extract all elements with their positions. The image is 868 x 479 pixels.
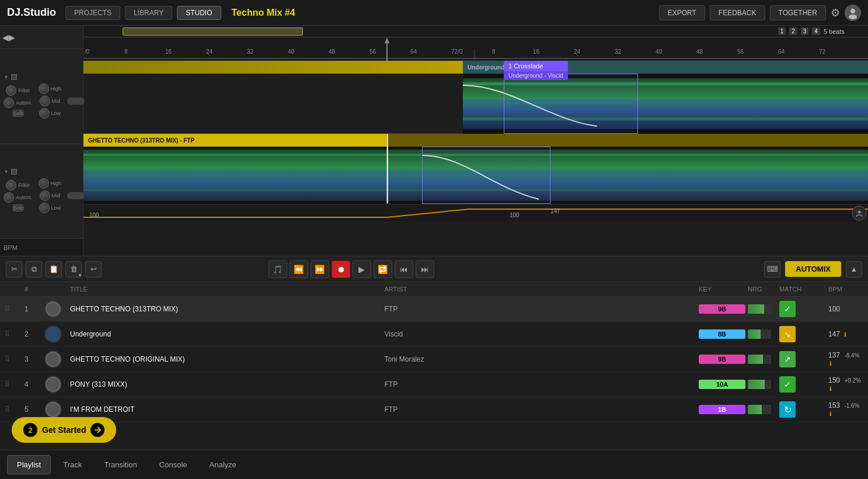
loop-btn[interactable]: 🔁 [374,261,392,278]
mini-ruler[interactable]: 1 2 3 4 5 beats [83,26,868,37]
track2-filter-label: Filter [18,182,30,188]
track1-solo-btn[interactable]: Solo [13,110,23,117]
table-header: # TITLE ARTIST KEY NRG MATCH BPM [0,282,868,297]
bpm-val-1: 100 [89,212,99,218]
table-row[interactable]: ⠿ 4 PONY (313 MIXX) FTP 10A ✓ 150 +0.2% … [0,372,868,397]
svg-marker-23 [385,37,389,43]
row-num: 3 [25,355,42,363]
get-started-label: Get Started [42,425,86,435]
track1-filter-knob[interactable] [6,85,16,96]
track1-expand[interactable]: ▼ [4,74,9,80]
bpm-profile-icon[interactable] [852,206,867,221]
logo: DJ.Studio [7,6,56,19]
track2-crossfade-box[interactable] [504,74,638,134]
avatar[interactable] [845,5,861,21]
bpm-val-3: 147 [550,208,560,214]
tab-console[interactable]: Console [149,455,197,474]
export-button[interactable]: EXPORT [659,5,705,20]
skip-fwd-btn[interactable]: ⏭ [416,261,434,278]
track2-autom-label: Autom. [16,195,33,200]
bpm-svg: 100 100 147 [83,204,868,221]
row-num: 5 [25,405,42,414]
track1-mute-toggle[interactable] [67,98,85,105]
col-bpm: BPM [828,286,863,293]
tab-analyze[interactable]: Analyze [200,455,246,474]
tab-playlist[interactable]: Playlist [7,455,51,474]
skip-back-btn[interactable]: ⏮ [395,261,413,278]
track2-lane: Underground - Viscid 1 Crossfade Undergr… [83,61,868,134]
svg-point-1 [849,15,857,19]
info-icon[interactable]: ℹ [829,360,832,367]
together-button[interactable]: TOGETHER [770,5,826,20]
rewind-btn[interactable]: ⏪ [290,261,308,278]
svg-text:8: 8 [492,48,496,55]
panel-collapse-btn[interactable]: ▲ [846,261,862,277]
ruler-svg: /0 8 16 24 32 40 48 56 64 72/0 8 16 24 3… [83,37,868,61]
drag-handle: ⠿ [5,355,22,363]
paste-tool[interactable]: 📋 [46,261,62,277]
tab-transition[interactable]: Transition [94,455,147,474]
delete-tool[interactable]: 🗑 ▼ [65,261,82,277]
record-btn[interactable]: ⏺ [332,261,350,278]
key-badge: 1B [699,405,745,414]
fast-forward-btn[interactable]: ⏩ [311,261,329,278]
row-title: GHETTO TECHNO (313TRO MIX) [70,305,382,313]
row-title: Underground [70,330,382,338]
track2-autom-knob[interactable] [4,192,14,203]
undo-tool[interactable]: ↩ [85,261,102,277]
track2-collapse-square[interactable] [11,169,17,175]
bpm-label: BPM [4,244,18,251]
get-started-button[interactable]: 2 Get Started [12,417,116,443]
track2-low-knob[interactable] [39,203,50,213]
track1-mid-label: Mid [52,98,61,104]
table-row[interactable]: ⠿ 1 GHETTO TECHNO (313TRO MIX) FTP 9B ✓ … [0,297,868,322]
bottom-tabs: Playlist Track Transition Console Analyz… [0,450,868,479]
gear-icon[interactable]: ⚙ [831,6,840,19]
keyboard-shortcut-btn[interactable]: ⌨ [764,261,780,277]
svg-text:40: 40 [288,48,295,55]
nrg-bar [748,380,771,389]
svg-text:/0: /0 [85,48,90,55]
bpm-diff: +0.2% [844,377,861,384]
row-artist: FTP [385,380,697,388]
copy-tool[interactable]: ⧉ [26,261,42,277]
mini-viewport[interactable] [123,27,303,36]
table-row[interactable]: ⠿ 5 I'M FROM DETROIT FTP 1B ↻ 153 -1.6% … [0,397,868,422]
track2-filter-knob[interactable] [6,180,16,190]
track2-solo-btn[interactable]: Solo [13,204,23,211]
track1-autom-knob[interactable] [4,98,14,108]
track1-mid-knob[interactable] [40,96,50,106]
svg-text:72/0: 72/0 [451,48,463,55]
play-btn[interactable]: ▶ [353,261,371,278]
info-icon[interactable]: ℹ [829,386,832,392]
info-icon[interactable]: ℹ [844,331,846,338]
feedback-button[interactable]: FEEDBACK [710,5,765,20]
track1-header-bar: GHETTO TECHNO (313TRO MIX) - FTP [83,134,387,147]
table-row[interactable]: ⠿ 2 Underground Viscid 8B ↘ 147 ℹ [0,322,868,347]
table-row[interactable]: ⠿ 3 GHETTO TECHNO (ORIGINAL MIX) Toni Mo… [0,347,868,372]
track2-mid-knob[interactable] [40,190,50,201]
transport: 🎵 ⏪ ⏩ ⏺ ▶ 🔁 ⏮ ⏭ [269,261,434,278]
beats-label: 5 beats [824,28,845,35]
track1-collapse-square[interactable] [11,74,17,80]
row-num: 4 [25,380,42,388]
track1-low-knob[interactable] [39,108,50,119]
track2-mute-toggle[interactable] [67,192,85,199]
metronome-btn[interactable]: 🎵 [269,261,287,278]
match-badge: ↻ [779,401,796,418]
info-icon[interactable]: ℹ [829,411,832,417]
track2-expand[interactable]: ▼ [4,169,9,175]
tab-track[interactable]: Track [53,455,92,474]
scissors-tool[interactable]: ✂ [6,261,22,277]
bpm-val-2: 100 [510,212,520,218]
nav-library[interactable]: LIBRARY [125,6,172,20]
key-badge: 9B [699,355,745,364]
timeline-collapse-icon[interactable]: ◀▶ [2,33,15,42]
nav-studio[interactable]: STUDIO [177,6,221,20]
track-thumb [44,325,62,343]
automix-button[interactable]: AUTOMIX [785,261,841,277]
track2-high-knob[interactable] [39,178,49,189]
track1-high-knob[interactable] [39,84,49,94]
nav-projects[interactable]: PROJECTS [65,6,120,20]
track1-crossfade-box[interactable] [422,147,550,204]
